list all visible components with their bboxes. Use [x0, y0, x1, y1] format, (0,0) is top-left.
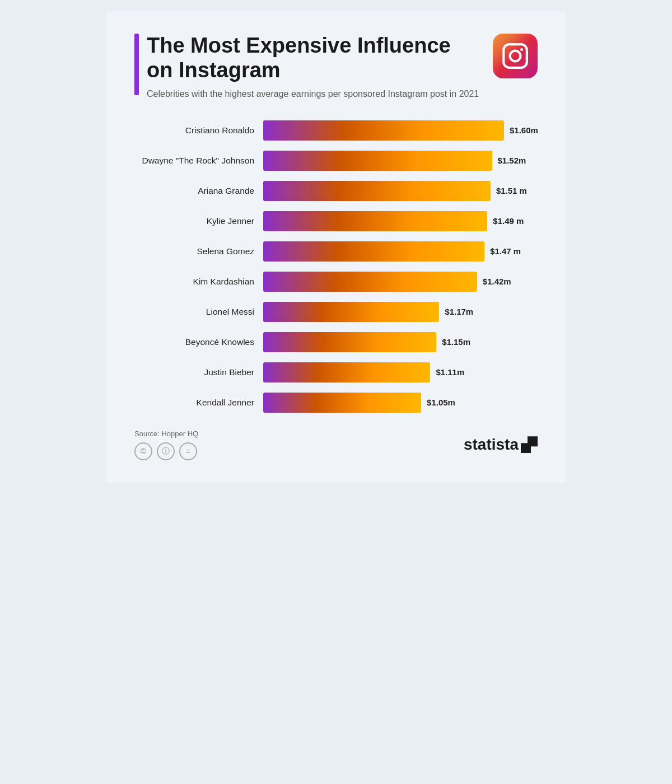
earnings-value: $1.17m: [445, 307, 473, 316]
earnings-bar: [263, 120, 504, 141]
footer: Source: Hopper HQ © ⓘ = statista: [134, 430, 538, 460]
source-text: Source: Hopper HQ: [134, 430, 198, 438]
chart-row: Lionel Messi$1.17m: [134, 302, 538, 322]
chart-row: Justin Bieber$1.11m: [134, 362, 538, 382]
chart-row: Dwayne "The Rock" Johnson$1.52m: [134, 151, 538, 171]
bar-wrapper: $1.17m: [263, 302, 538, 322]
subtitle: Celebrities with the highest average ear…: [147, 88, 482, 100]
chart-row: Cristiano Ronaldo$1.60m: [134, 120, 538, 141]
instagram-logo: [493, 34, 538, 78]
chart-row: Kylie Jenner$1.49 m: [134, 211, 538, 231]
bar-wrapper: $1.15m: [263, 332, 538, 352]
celebrity-name: Justin Bieber: [134, 367, 263, 377]
earnings-bar: [263, 211, 487, 231]
celebrity-name: Beyoncé Knowles: [134, 337, 263, 347]
earnings-bar: [263, 241, 484, 262]
chart-row: Kendall Jenner$1.05m: [134, 393, 538, 413]
earnings-value: $1.47 m: [490, 246, 521, 256]
infographic-card: The Most Expensive Influence on Instagra…: [106, 11, 566, 483]
main-title: The Most Expensive Influence on Instagra…: [147, 34, 482, 82]
earnings-bar: [263, 272, 477, 292]
accent-bar: [134, 34, 139, 95]
earnings-value: $1.05m: [427, 398, 455, 407]
bar-wrapper: $1.05m: [263, 393, 538, 413]
statista-logo: statista: [464, 436, 538, 454]
chart-row: Beyoncé Knowles$1.15m: [134, 332, 538, 352]
by-icon: ⓘ: [157, 442, 175, 460]
chart-container: Cristiano Ronaldo$1.60mDwayne "The Rock"…: [134, 120, 538, 413]
earnings-value: $1.60m: [510, 125, 538, 135]
bar-wrapper: $1.11m: [263, 362, 538, 382]
celebrity-name: Kylie Jenner: [134, 216, 263, 226]
statista-icon: [521, 436, 538, 453]
statista-text: statista: [464, 436, 519, 454]
nd-icon: =: [179, 442, 197, 460]
bar-wrapper: $1.42m: [263, 272, 538, 292]
bar-wrapper: $1.60m: [263, 120, 538, 141]
bar-wrapper: $1.51 m: [263, 181, 538, 201]
bar-wrapper: $1.47 m: [263, 241, 538, 262]
source-section: Source: Hopper HQ © ⓘ =: [134, 430, 198, 460]
earnings-value: $1.49 m: [493, 216, 524, 226]
earnings-value: $1.15m: [442, 337, 470, 347]
svg-point-2: [520, 48, 523, 51]
bar-wrapper: $1.52m: [263, 151, 538, 171]
celebrity-name: Dwayne "The Rock" Johnson: [134, 156, 263, 166]
header: The Most Expensive Influence on Instagra…: [134, 34, 538, 101]
celebrity-name: Kim Kardashian: [134, 277, 263, 287]
svg-rect-0: [503, 44, 527, 68]
chart-row: Selena Gomez$1.47 m: [134, 241, 538, 262]
earnings-bar: [263, 181, 491, 201]
celebrity-name: Lionel Messi: [134, 307, 263, 317]
chart-row: Ariana Grande$1.51 m: [134, 181, 538, 201]
earnings-value: $1.51 m: [496, 186, 527, 195]
earnings-value: $1.42m: [483, 277, 511, 286]
celebrity-name: Ariana Grande: [134, 186, 263, 196]
earnings-bar: [263, 151, 492, 171]
bar-wrapper: $1.49 m: [263, 211, 538, 231]
celebrity-name: Kendall Jenner: [134, 398, 263, 408]
svg-point-1: [510, 51, 521, 62]
earnings-value: $1.11m: [436, 367, 464, 377]
earnings-value: $1.52m: [498, 156, 526, 165]
title-section: The Most Expensive Influence on Instagra…: [147, 34, 482, 101]
chart-row: Kim Kardashian$1.42m: [134, 272, 538, 292]
cc-icon: ©: [134, 442, 152, 460]
earnings-bar: [263, 332, 436, 352]
title-block: The Most Expensive Influence on Instagra…: [134, 34, 482, 101]
license-icons: © ⓘ =: [134, 442, 198, 460]
earnings-bar: [263, 393, 421, 413]
earnings-bar: [263, 362, 430, 382]
celebrity-name: Cristiano Ronaldo: [134, 125, 263, 136]
celebrity-name: Selena Gomez: [134, 246, 263, 256]
earnings-bar: [263, 302, 439, 322]
